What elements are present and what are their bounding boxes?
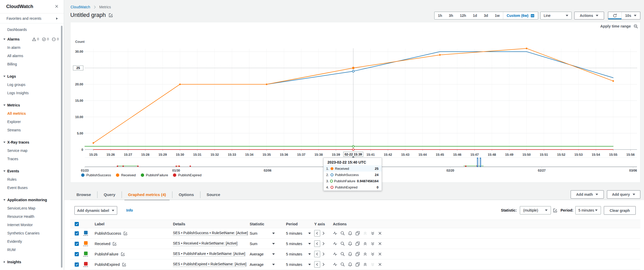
sidebar-item-evidently[interactable]: Evidently bbox=[0, 237, 64, 246]
sidebar-item-event-buses[interactable]: Event Buses bbox=[0, 184, 64, 192]
view-logs-icon[interactable] bbox=[333, 262, 337, 267]
sidebar-item-dashboards[interactable]: Dashboards bbox=[0, 25, 64, 34]
y-axis-right-button[interactable] bbox=[321, 231, 326, 235]
statistic-select[interactable]: (multiple) bbox=[520, 206, 551, 214]
edit-label-icon[interactable] bbox=[123, 231, 128, 235]
time-range-custom[interactable]: Custom (6w) bbox=[503, 12, 538, 19]
tab-browse[interactable]: Browse bbox=[70, 190, 97, 200]
move-down-icon[interactable] bbox=[370, 252, 375, 256]
view-logs-icon[interactable] bbox=[333, 241, 337, 246]
zoom-out-icon[interactable] bbox=[634, 24, 638, 29]
period-dropdown[interactable]: 5 minutes bbox=[286, 252, 302, 256]
sidebar-item-rules[interactable]: Rules bbox=[0, 175, 64, 184]
add-query-button[interactable]: Add query bbox=[607, 190, 640, 199]
move-up-icon[interactable] bbox=[363, 262, 367, 267]
sidebar-item-service-map[interactable]: Service map bbox=[0, 146, 64, 155]
row-checkbox[interactable] bbox=[75, 262, 79, 267]
y-axis-right-button[interactable] bbox=[321, 262, 326, 266]
time-range-3d[interactable]: 3d bbox=[480, 12, 491, 19]
series-color-swatch[interactable] bbox=[83, 252, 88, 256]
time-range-12h[interactable]: 12h bbox=[457, 12, 470, 19]
move-down-icon[interactable] bbox=[370, 241, 375, 246]
y-axis-right-button[interactable] bbox=[321, 252, 326, 256]
statistic-dropdown[interactable]: Average bbox=[250, 252, 264, 256]
sidebar-item-in-alarm[interactable]: In alarm bbox=[0, 43, 64, 52]
move-up-icon[interactable] bbox=[363, 252, 367, 256]
create-alarm-bell-icon[interactable] bbox=[348, 241, 352, 246]
move-up-icon[interactable] bbox=[363, 241, 367, 246]
tab-query[interactable]: Query bbox=[97, 190, 122, 200]
sidebar-item-log-groups[interactable]: Log groups bbox=[0, 80, 64, 89]
duplicate-icon[interactable] bbox=[355, 231, 360, 235]
sidebar-item-explorer[interactable]: Explorer bbox=[0, 118, 64, 126]
search-icon[interactable] bbox=[340, 252, 345, 256]
sidebar-item-rum[interactable]: RUM bbox=[0, 246, 64, 254]
actions-button[interactable]: Actions bbox=[574, 12, 604, 19]
chart-type-select[interactable]: Line bbox=[540, 12, 572, 19]
breadcrumb-cloudwatch[interactable]: CloudWatch bbox=[71, 5, 90, 9]
y-axis-left-button[interactable] bbox=[314, 230, 320, 237]
remove-icon[interactable] bbox=[378, 262, 382, 267]
sidebar-item-resource-health[interactable]: Resource Health bbox=[0, 212, 64, 221]
legend-item-received[interactable]: Received bbox=[116, 173, 136, 177]
view-logs-icon[interactable] bbox=[333, 252, 337, 256]
sidebar-item-all-metrics[interactable]: All metrics bbox=[0, 109, 64, 118]
search-icon[interactable] bbox=[340, 262, 345, 267]
tab-source[interactable]: Source bbox=[200, 190, 227, 200]
period-dropdown[interactable]: 5 minutes bbox=[286, 231, 302, 235]
create-alarm-bell-icon[interactable] bbox=[348, 252, 352, 256]
time-range-1w[interactable]: 1w bbox=[492, 12, 503, 19]
edit-label-icon[interactable] bbox=[113, 242, 117, 246]
y-axis-left-button[interactable] bbox=[314, 251, 320, 257]
sidebar-item-application-monitoring[interactable]: Application monitoring bbox=[0, 196, 64, 204]
series-color-swatch[interactable] bbox=[83, 241, 88, 246]
clear-graph-button[interactable]: Clear graph bbox=[604, 206, 636, 215]
statistic-dropdown[interactable]: Sum bbox=[250, 242, 257, 246]
tab-options[interactable]: Options bbox=[172, 190, 200, 200]
time-range-1d[interactable]: 1d bbox=[470, 12, 480, 19]
sidebar-item-billing[interactable]: Billing bbox=[0, 60, 64, 68]
sidebar-item-favorites[interactable]: Favorites and recents bbox=[0, 14, 64, 23]
sidebar-item-all-alarms[interactable]: All alarms bbox=[0, 52, 64, 60]
y-axis-right-button[interactable] bbox=[321, 242, 326, 246]
create-alarm-bell-icon[interactable] bbox=[348, 262, 352, 267]
edit-title-icon[interactable] bbox=[109, 13, 113, 17]
remove-icon[interactable] bbox=[378, 252, 382, 256]
time-range-1h[interactable]: 1h bbox=[435, 12, 445, 19]
refresh-button[interactable] bbox=[608, 12, 621, 19]
sidebar-item-internet-monitor[interactable]: Internet Monitor bbox=[0, 221, 64, 229]
edit-statistic-icon[interactable] bbox=[553, 208, 557, 213]
series-color-swatch[interactable] bbox=[83, 231, 88, 236]
add-math-button[interactable]: Add math bbox=[571, 190, 604, 199]
tab-graphed-metrics-4-[interactable]: Graphed metrics (4) bbox=[122, 190, 172, 200]
add-dynamic-label-button[interactable]: Add dynamic label bbox=[74, 206, 117, 215]
sidebar-item-logs-insights[interactable]: Logs Insights bbox=[0, 89, 64, 97]
sidebar-scrollbar[interactable] bbox=[61, 26, 62, 268]
row-checkbox[interactable] bbox=[75, 231, 79, 235]
duplicate-icon[interactable] bbox=[355, 262, 360, 267]
legend-item-publishfailure[interactable]: PublishFailure bbox=[141, 173, 168, 177]
time-range-3h[interactable]: 3h bbox=[445, 12, 456, 19]
metric-details-link[interactable]: SES • PublishExpired • RuleSetName: [Act… bbox=[173, 262, 246, 267]
view-logs-icon[interactable] bbox=[333, 231, 337, 235]
move-down-icon[interactable] bbox=[370, 231, 375, 235]
legend-item-publishsuccess[interactable]: PublishSuccess bbox=[81, 173, 111, 177]
sidebar-item-synthetics-canaries[interactable]: Synthetics Canaries bbox=[0, 229, 64, 237]
sidebar-item-metrics[interactable]: Metrics bbox=[0, 101, 64, 109]
period-select[interactable]: 5 minutes bbox=[575, 206, 601, 214]
sidebar-item-servicelens-map[interactable]: ServiceLens Map bbox=[0, 204, 64, 212]
info-link[interactable]: Info bbox=[126, 208, 133, 212]
remove-icon[interactable] bbox=[378, 241, 382, 246]
sidebar-item-alarms[interactable]: Alarms000 bbox=[0, 35, 64, 43]
y-axis-left-button[interactable] bbox=[314, 261, 320, 268]
statistic-dropdown[interactable]: Sum bbox=[250, 231, 257, 235]
create-alarm-bell-icon[interactable] bbox=[348, 231, 352, 235]
sidebar-item-traces[interactable]: Traces bbox=[0, 155, 64, 163]
sidebar-item-events[interactable]: Events bbox=[0, 167, 64, 175]
apply-time-range-button[interactable]: Apply time range bbox=[600, 24, 631, 28]
sidebar-item-insights[interactable]: Insights bbox=[0, 258, 64, 266]
select-all-checkbox[interactable] bbox=[75, 222, 79, 226]
y-axis-left-button[interactable] bbox=[314, 240, 320, 247]
duplicate-icon[interactable] bbox=[355, 252, 360, 256]
legend-item-publishexpired[interactable]: PublishExpired bbox=[173, 173, 201, 177]
